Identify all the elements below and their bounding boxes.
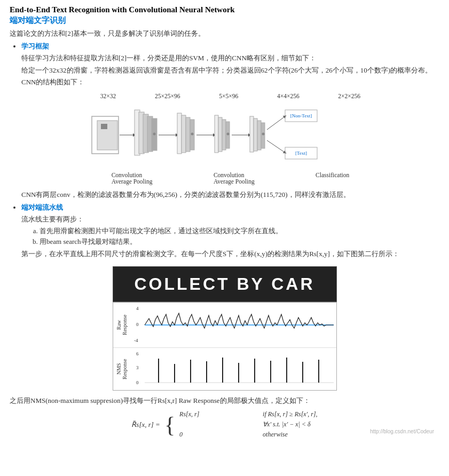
- step-a: 首先用滑窗检测图片中可能出现文字的地区，通过这些区域找到文字所在直线。: [40, 226, 439, 236]
- intro-text: 这篇论文的方法和[2]基本一致，只是多解决了识别单词的任务。: [10, 29, 439, 38]
- svg-rect-18: [218, 117, 222, 152]
- cnn-text-below: CNN有两层conv，检测的滤波器数量分布为(96,256)，分类的滤波器数量分…: [21, 189, 439, 200]
- chart-svg-nms: 6 3 0: [130, 348, 336, 390]
- formula-cond-0: if Rs[x, r] ≥ Rs[x′, r],: [263, 410, 318, 418]
- svg-text:0: 0: [136, 322, 139, 327]
- learning-para2: 给定一个32x32的滑窗，字符检测器返回该滑窗是否含有居中字符；分类器返回62个…: [21, 65, 439, 88]
- main-list: 学习框架 特征学习方法和特征提取方法和[2]一样，分类还是用的SVM，使用的CN…: [10, 42, 439, 260]
- caption-conv2: Convolution Average Pooling: [214, 172, 255, 185]
- svg-text:3: 3: [136, 365, 139, 370]
- formula-case-1: ∀x′ s.t. |x′ − x| < δ: [179, 421, 318, 429]
- svg-rect-26: [261, 123, 265, 148]
- collect-banner: COLLECT BY CAR: [113, 266, 337, 302]
- svg-text:-4: -4: [134, 338, 138, 343]
- title-cn: 端对端文字识别: [10, 15, 439, 26]
- cnn-diagram-area: 32×32 25×25×96 5×5×96 4×4×256 2×2×256: [21, 93, 439, 185]
- svg-point-27: [262, 133, 264, 136]
- watermark: http://blog.csdn.net/Codeur: [370, 429, 434, 434]
- svg-point-15: [191, 133, 193, 136]
- svg-point-9: [153, 133, 155, 136]
- svg-text:[Non-Text]: [Non-Text]: [290, 113, 311, 118]
- cnn-label-2: 5×5×96: [219, 93, 238, 99]
- cnn-captions: Convolution Average Pooling Convolution …: [81, 172, 380, 185]
- chart-row-nms: NMSResponse 6 3 0: [113, 348, 336, 390]
- svg-rect-17: [215, 115, 218, 153]
- caption-conv1: Convolution Average Pooling: [112, 172, 153, 185]
- formula-cases: Rs[x, r] if Rs[x, r] ≥ Rs[x′, r], ∀x′ s.…: [179, 410, 318, 439]
- formula-case-0: Rs[x, r] if Rs[x, r] ≥ Rs[x′, r],: [179, 410, 318, 418]
- svg-rect-19: [222, 120, 226, 150]
- svg-rect-2: [101, 124, 107, 129]
- pipeline-para: 流水线主要有两步：: [21, 213, 439, 225]
- chart-row-raw: RawResponse 4 0 -4: [113, 303, 336, 348]
- learning-para1: 特征学习方法和特征提取方法和[2]一样，分类还是用的SVM，使用的CNN略有区别…: [21, 52, 439, 64]
- svg-rect-25: [257, 121, 261, 150]
- cnn-label-3: 4×4×256: [277, 93, 300, 99]
- formula-cond-1: ∀x′ s.t. |x′ − x| < δ: [263, 421, 311, 429]
- formula-lhs: R̃s[x, r] =: [131, 421, 160, 429]
- formula-case-2: 0 otherwise: [179, 431, 318, 439]
- after-chart-text: 之后用NMS(non-maximum suppresion)寻找每一行Rs[x,…: [10, 395, 439, 406]
- svg-rect-23: [250, 116, 254, 152]
- svg-text:6: 6: [136, 351, 139, 356]
- cnn-labels: 32×32 25×25×96 5×5×96 4×4×256 2×2×256: [81, 93, 380, 99]
- svg-rect-11: [177, 113, 182, 154]
- step-b: 用beam search寻找最对端结果。: [40, 237, 439, 247]
- formula-expr-0: Rs[x, r]: [179, 410, 254, 418]
- chart-ylabel-raw: RawResponse: [113, 303, 130, 347]
- section-header-learning: 学习框架: [21, 42, 49, 50]
- svg-text:4: 4: [136, 306, 139, 311]
- section-header-pipeline: 端对端流水线: [21, 203, 63, 211]
- title-en: End-to-End Text Recognition with Convolu…: [10, 5, 439, 14]
- formula-expr-2: 0: [179, 431, 254, 439]
- pipeline-steps: 首先用滑窗检测图片中可能出现文字的地区，通过这些区域找到文字所在直线。 用bea…: [21, 226, 439, 247]
- svg-rect-13: [186, 117, 190, 152]
- cnn-label-1: 25×25×96: [155, 93, 180, 99]
- cnn-label-0: 32×32: [100, 93, 116, 99]
- svg-line-29: [267, 140, 285, 153]
- chart-svg-raw: 4 0 -4: [130, 303, 336, 347]
- chart-area: RawResponse 4 0 -4 NMSResponse: [113, 302, 337, 391]
- svg-line-28: [267, 116, 285, 130]
- pipeline-para2: 第一步，在水平直线上用不同尺寸的滑窗检测文字。在每一个尺度S下，坐标(x,y)的…: [21, 248, 439, 259]
- svg-rect-12: [182, 115, 186, 153]
- formula-cond-2: otherwise: [263, 431, 288, 439]
- svg-point-21: [226, 133, 229, 136]
- caption-class: Classification: [316, 172, 349, 185]
- svg-text:0: 0: [136, 380, 139, 385]
- formula-brace: {: [164, 414, 175, 436]
- cnn-diagram-svg: [Non-Text] [Text]: [81, 100, 380, 170]
- cnn-label-4: 2×2×256: [338, 93, 360, 99]
- formula-area: R̃s[x, r] = { Rs[x, r] if Rs[x, r] ≥ Rs[…: [10, 410, 439, 439]
- chart-ylabel-nms: NMSResponse: [113, 348, 130, 390]
- svg-rect-24: [254, 118, 257, 151]
- svg-text:[Text]: [Text]: [295, 150, 307, 156]
- collect-img-area: COLLECT BY CAR RawResponse 4 0 -4: [113, 266, 337, 391]
